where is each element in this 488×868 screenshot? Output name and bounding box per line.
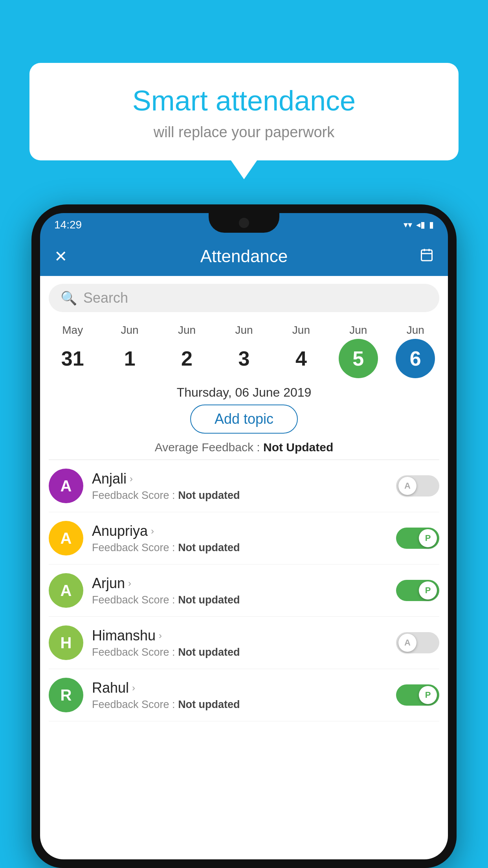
camera (239, 218, 249, 228)
date-month: Jun (121, 324, 139, 337)
student-name[interactable]: Himanshu › (92, 627, 387, 644)
search-input[interactable]: Search (83, 290, 128, 306)
date-col-1[interactable]: Jun1 (106, 324, 153, 378)
student-info: Anupriya ›Feedback Score : Not updated (92, 523, 387, 554)
date-month: Jun (235, 324, 253, 337)
svg-rect-0 (422, 250, 432, 261)
date-number[interactable]: 6 (396, 339, 435, 378)
search-bar[interactable]: 🔍 Search (49, 284, 439, 312)
student-item-himanshu[interactable]: HHimanshu ›Feedback Score : Not updatedA (49, 617, 439, 669)
student-item-rahul[interactable]: RRahul ›Feedback Score : Not updatedP (49, 669, 439, 721)
feedback-summary: Average Feedback : Not Updated (40, 441, 448, 454)
speech-bubble: Smart attendance will replace your paper… (29, 63, 459, 160)
attendance-toggle[interactable]: A (396, 475, 439, 497)
student-item-arjun[interactable]: AArjun ›Feedback Score : Not updatedP (49, 565, 439, 617)
avatar: A (49, 469, 83, 503)
date-month: Jun (178, 324, 196, 337)
student-feedback: Feedback Score : Not updated (92, 699, 387, 711)
date-number[interactable]: 31 (53, 339, 92, 378)
bubble-subtitle: will replace your paperwork (53, 124, 435, 141)
page-title: Attendance (200, 246, 288, 266)
toggle-knob: P (419, 529, 437, 547)
date-col-31[interactable]: May31 (49, 324, 96, 378)
toggle-container[interactable]: A (396, 475, 439, 497)
attendance-toggle[interactable]: P (396, 528, 439, 549)
battery-icon: ▮ (429, 220, 434, 230)
chevron-icon: › (151, 526, 154, 537)
student-item-anjali[interactable]: AAnjali ›Feedback Score : Not updatedA (49, 460, 439, 512)
avatar: H (49, 625, 83, 660)
student-feedback: Feedback Score : Not updated (92, 646, 387, 658)
toggle-knob: A (398, 477, 416, 495)
phone-notch (209, 213, 279, 233)
selected-date-label: Thursday, 06 June 2019 (40, 385, 448, 400)
student-feedback: Feedback Score : Not updated (92, 542, 387, 554)
toggle-knob: A (398, 634, 416, 652)
date-col-3[interactable]: Jun3 (220, 324, 268, 378)
date-number[interactable]: 5 (339, 339, 378, 378)
student-feedback: Feedback Score : Not updated (92, 489, 387, 502)
signal-icon: ◂▮ (416, 220, 425, 230)
toggle-knob: P (419, 581, 437, 600)
student-name[interactable]: Rahul › (92, 680, 387, 696)
date-number[interactable]: 4 (281, 339, 321, 378)
bubble-title: Smart attendance (53, 85, 435, 117)
toggle-container[interactable]: A (396, 632, 439, 653)
student-list: AAnjali ›Feedback Score : Not updatedAAA… (40, 460, 448, 721)
search-icon: 🔍 (61, 290, 77, 306)
student-name[interactable]: Anjali › (92, 471, 387, 487)
date-month: Jun (349, 324, 367, 337)
toggle-container[interactable]: P (396, 684, 439, 706)
toggle-knob: P (419, 686, 437, 704)
date-col-2[interactable]: Jun2 (163, 324, 211, 378)
attendance-toggle[interactable]: P (396, 580, 439, 601)
feedback-value: Not Updated (263, 441, 333, 454)
date-row: May31Jun1Jun2Jun3Jun4Jun5Jun6 (40, 320, 448, 378)
student-name[interactable]: Anupriya › (92, 523, 387, 539)
toggle-container[interactable]: P (396, 528, 439, 549)
chevron-icon: › (130, 473, 133, 484)
chevron-icon: › (132, 682, 135, 693)
avatar: A (49, 573, 83, 608)
student-info: Rahul ›Feedback Score : Not updated (92, 680, 387, 711)
status-icons: ▾▾ ◂▮ ▮ (404, 220, 434, 230)
date-number[interactable]: 1 (110, 339, 149, 378)
wifi-icon: ▾▾ (404, 220, 412, 230)
date-col-5[interactable]: Jun5 (335, 324, 382, 378)
calendar-icon[interactable] (420, 248, 434, 265)
add-topic-button[interactable]: Add topic (190, 405, 298, 434)
student-info: Anjali ›Feedback Score : Not updated (92, 471, 387, 502)
feedback-prefix: Average Feedback : (155, 441, 263, 454)
close-button[interactable]: ✕ (54, 247, 68, 265)
date-month: Jun (292, 324, 310, 337)
date-col-4[interactable]: Jun4 (277, 324, 325, 378)
phone-screen: ✕ Attendance 🔍 Search May31Jun1Jun2Jun3J… (40, 237, 448, 859)
student-info: Himanshu ›Feedback Score : Not updated (92, 627, 387, 658)
date-number[interactable]: 2 (167, 339, 207, 378)
student-feedback: Feedback Score : Not updated (92, 594, 387, 606)
avatar: R (49, 678, 83, 712)
attendance-toggle[interactable]: P (396, 684, 439, 706)
date-col-6[interactable]: Jun6 (392, 324, 439, 378)
phone-frame: 14:29 ▾▾ ◂▮ ▮ ✕ Attendance 🔍 Searc (31, 204, 457, 868)
app-header: ✕ Attendance (40, 237, 448, 276)
chevron-icon: › (128, 578, 131, 589)
date-month: Jun (407, 324, 424, 337)
toggle-container[interactable]: P (396, 580, 439, 601)
date-month: May (62, 324, 83, 337)
attendance-toggle[interactable]: A (396, 632, 439, 653)
avatar: A (49, 521, 83, 555)
student-info: Arjun ›Feedback Score : Not updated (92, 575, 387, 606)
status-time: 14:29 (54, 219, 82, 231)
date-number[interactable]: 3 (224, 339, 264, 378)
chevron-icon: › (159, 630, 162, 641)
student-item-anupriya[interactable]: AAnupriya ›Feedback Score : Not updatedP (49, 512, 439, 565)
student-name[interactable]: Arjun › (92, 575, 387, 592)
